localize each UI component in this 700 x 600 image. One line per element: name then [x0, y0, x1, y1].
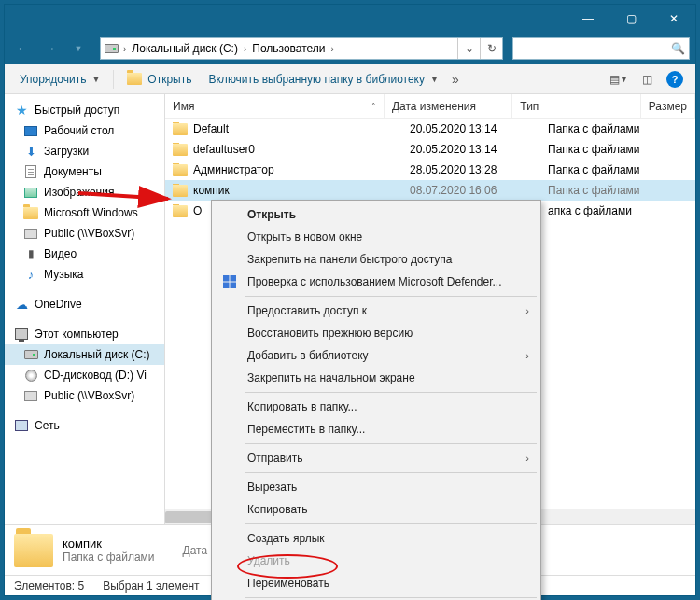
sidebar-quick-access[interactable]: ★Быстрый доступ [5, 100, 164, 120]
details-date-label: Дата [183, 544, 208, 557]
ctx-give-access[interactable]: Предоставить доступ к› [214, 300, 539, 322]
view-options-button[interactable]: ▤ ▼ [606, 68, 632, 91]
breadcrumb[interactable]: Пользователи [248, 38, 329, 59]
column-size[interactable]: Размер [641, 94, 695, 118]
folder-icon [173, 123, 188, 135]
folder-row-selected[interactable]: компик 08.07.2020 16:06 Папка с файлами [165, 180, 695, 201]
toolbar: Упорядочить▼ Открыть Включить выбранную … [5, 64, 695, 94]
ctx-open-new-window[interactable]: Открыть в новом окне [214, 226, 539, 248]
search-icon[interactable]: 🔍 [666, 42, 689, 55]
toolbar-overflow[interactable]: » [448, 72, 463, 87]
ctx-move-to-folder[interactable]: Переместить в папку... [214, 418, 539, 440]
folder-row[interactable]: defaultuser0 20.05.2020 13:14 Папка с фа… [165, 139, 695, 160]
download-icon: ⬇ [23, 144, 38, 159]
open-button[interactable]: Открыть [119, 68, 199, 91]
sidebar-onedrive[interactable]: ☁OneDrive [5, 294, 164, 314]
sidebar-item[interactable]: Microsoft.Windows [5, 202, 164, 223]
chevron-right-icon: › [525, 305, 529, 316]
document-icon [23, 164, 38, 179]
column-name[interactable]: Имя˄ [165, 94, 385, 118]
desktop-icon [23, 123, 38, 138]
sidebar-this-pc[interactable]: Этот компьютер [5, 324, 164, 344]
refresh-button[interactable]: ↻ [480, 38, 502, 59]
address-dropdown[interactable]: ⌄ [457, 38, 480, 59]
back-button[interactable]: ← [10, 36, 35, 61]
star-icon: ★ [14, 103, 29, 118]
include-in-library-button[interactable]: Включить выбранную папку в библиотеку▼ [201, 68, 445, 91]
sort-asc-icon: ˄ [371, 102, 376, 111]
sidebar-cd-drive[interactable]: CD-дисковод (D:) Vi [5, 365, 164, 385]
ctx-add-to-library[interactable]: Добавить в библиотеку› [214, 344, 539, 367]
ctx-copy-to-folder[interactable]: Копировать в папку... [214, 396, 539, 418]
status-count: Элементов: 5 [14, 579, 84, 593]
shield-icon [221, 273, 238, 290]
help-button[interactable]: ? [662, 68, 688, 91]
folder-icon [14, 534, 53, 567]
svg-rect-0 [223, 275, 230, 282]
chevron-right-icon: › [525, 453, 529, 464]
network-folder-icon [23, 388, 38, 403]
chevron-right-icon: › [121, 44, 128, 54]
details-type: Папка с файлами [63, 551, 155, 564]
sidebar-network-drive[interactable]: Public (\\VBoxSvr) [5, 385, 164, 406]
preview-pane-button[interactable]: ◫ [634, 68, 660, 91]
ctx-defender-scan[interactable]: Проверка с использованием Microsoft Defe… [214, 271, 539, 293]
folder-icon [23, 205, 38, 220]
column-type[interactable]: Тип [512, 94, 640, 118]
chevron-right-icon: › [329, 44, 336, 54]
search-box[interactable]: 🔍 [512, 37, 690, 60]
address-bar[interactable]: › Локальный диск (C:) › Пользователи › ⌄… [100, 37, 503, 60]
cd-icon [23, 368, 38, 383]
status-selection: Выбран 1 элемент [103, 579, 199, 593]
ctx-pin-start[interactable]: Закрепить на начальном экране [214, 367, 539, 389]
ctx-open[interactable]: Открыть [214, 203, 539, 226]
sidebar-music[interactable]: ♪Музыка [5, 264, 164, 285]
sidebar-local-disk[interactable]: Локальный диск (C:) [5, 344, 164, 365]
organize-button[interactable]: Упорядочить▼ [12, 68, 107, 91]
ctx-rename[interactable]: Переименовать [214, 572, 539, 594]
drive-icon [23, 347, 38, 362]
close-button[interactable]: ✕ [652, 5, 695, 33]
search-input[interactable] [513, 42, 666, 55]
ctx-pin-quick-access[interactable]: Закрепить на панели быстрого доступа [214, 248, 539, 271]
sidebar-documents[interactable]: Документы [5, 161, 164, 182]
chevron-right-icon: › [242, 44, 248, 54]
column-headers: Имя˄ Дата изменения Тип Размер [165, 94, 695, 119]
sidebar-item[interactable]: Public (\\VBoxSvr) [5, 223, 164, 244]
sidebar-downloads[interactable]: ⬇Загрузки [5, 141, 164, 161]
svg-rect-3 [231, 283, 237, 289]
navigation-pane: ★Быстрый доступ Рабочий стол ⬇Загрузки Д… [5, 94, 165, 524]
up-button[interactable]: ▼ [66, 36, 91, 61]
ctx-restore-version[interactable]: Восстановить прежнюю версию [214, 322, 539, 344]
sidebar-network[interactable]: Сеть [5, 415, 164, 436]
svg-rect-1 [231, 275, 237, 282]
folder-row[interactable]: Администратор 28.05.2020 13:28 Папка с ф… [165, 160, 695, 180]
breadcrumb[interactable]: Локальный диск (C:) [128, 38, 242, 59]
folder-icon [173, 144, 188, 156]
chevron-right-icon: › [525, 350, 529, 361]
minimize-button[interactable]: — [567, 5, 609, 33]
network-folder-icon [23, 226, 38, 241]
folder-row[interactable]: Default 20.05.2020 13:14 Папка с файлами [165, 119, 695, 139]
ctx-create-shortcut[interactable]: Создать ярлык [214, 527, 539, 550]
ctx-cut[interactable]: Вырезать [214, 476, 539, 498]
folder-icon [173, 205, 188, 217]
picture-icon [23, 185, 38, 200]
forward-button[interactable]: → [38, 36, 63, 61]
music-icon: ♪ [23, 267, 38, 282]
pc-icon [14, 327, 29, 342]
drive-icon [101, 38, 121, 59]
folder-icon [173, 185, 188, 197]
column-date[interactable]: Дата изменения [385, 94, 512, 118]
maximize-button[interactable]: ▢ [609, 5, 652, 33]
open-folder-icon [127, 72, 142, 87]
sidebar-desktop[interactable]: Рабочий стол [5, 120, 164, 141]
ctx-copy[interactable]: Копировать [214, 498, 539, 521]
sidebar-pictures[interactable]: Изображения [5, 182, 164, 202]
ctx-delete[interactable]: Удалить [214, 550, 539, 572]
details-name: компик [63, 537, 155, 551]
ctx-send-to[interactable]: Отправить› [214, 447, 539, 469]
sidebar-videos[interactable]: ▮Видео [5, 244, 164, 264]
video-icon: ▮ [23, 246, 38, 261]
context-menu: Открыть Открыть в новом окне Закрепить н… [211, 200, 541, 600]
